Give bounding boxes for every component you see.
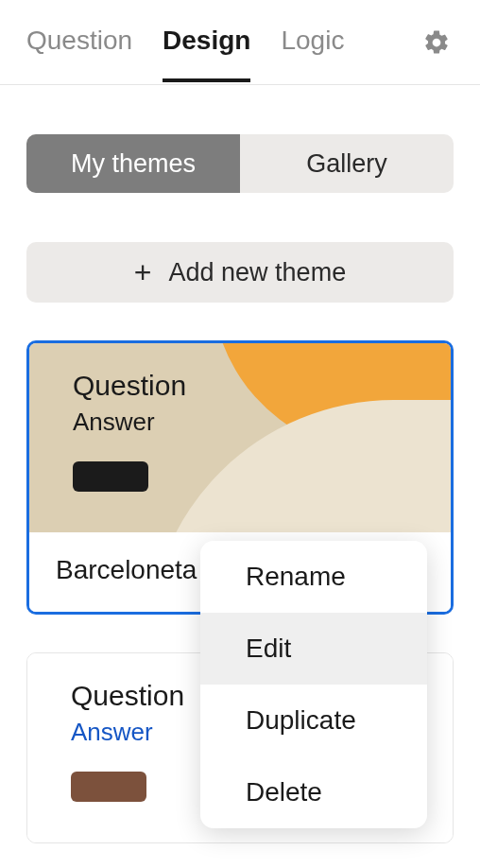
plus-icon: +: [134, 257, 152, 287]
menu-item-rename[interactable]: Rename: [200, 541, 427, 613]
top-tabs: Question Design Logic: [0, 0, 480, 85]
add-new-theme-label: Add new theme: [169, 258, 347, 287]
preview-button-swatch: [73, 461, 148, 492]
tab-question[interactable]: Question: [26, 3, 132, 82]
add-new-theme-button[interactable]: + Add new theme: [26, 242, 454, 303]
gear-icon: [422, 28, 451, 57]
theme-context-menu: Rename Edit Duplicate Delete: [200, 541, 427, 828]
menu-item-delete[interactable]: Delete: [200, 756, 427, 828]
segment-gallery[interactable]: Gallery: [240, 134, 454, 193]
preview-question-text: Question: [73, 370, 407, 402]
theme-preview: Question Answer: [29, 343, 451, 532]
preview-answer-text: Answer: [73, 408, 407, 437]
segment-my-themes[interactable]: My themes: [26, 134, 240, 193]
menu-item-edit[interactable]: Edit: [200, 613, 427, 685]
preview-button-swatch: [71, 772, 146, 802]
settings-button[interactable]: [420, 26, 454, 60]
tab-design[interactable]: Design: [163, 3, 250, 82]
theme-source-toggle: My themes Gallery: [26, 134, 454, 193]
tab-logic[interactable]: Logic: [281, 3, 344, 82]
menu-item-duplicate[interactable]: Duplicate: [200, 685, 427, 756]
